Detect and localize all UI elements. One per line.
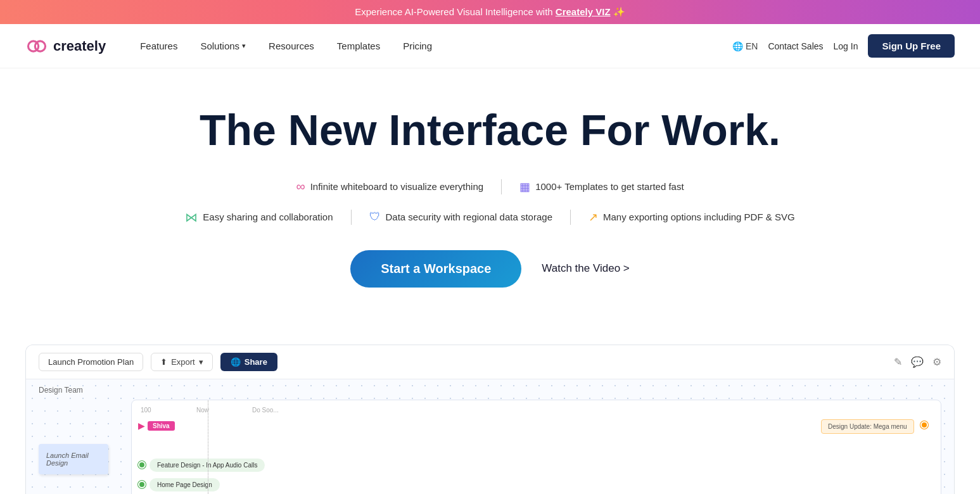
demo-toolbar: Launch Promotion Plan ⬆ Export ▾ 🌐 Share… [26,345,954,379]
settings-icon[interactable]: ⚙ [932,356,941,368]
edit-icon[interactable]: ✎ [894,356,902,368]
nav-right: 🌐 EN Contact Sales Log In Sign Up Free [732,34,955,58]
hero-title: The New Interface For Work. [25,106,955,154]
demo-section: Launch Promotion Plan ⬆ Export ▾ 🌐 Share… [25,345,955,494]
banner-text-before: Experience AI-Powered Visual Intelligenc… [355,6,556,17]
banner-text-after: ✨ [611,6,625,17]
nav-pricing[interactable]: Pricing [394,35,441,56]
task-label-container: Design Update: Mega menu [821,419,928,434]
nav-features[interactable]: Features [131,35,186,56]
feature-infinite-whiteboard: ∞ Infinite whiteboard to visualize every… [278,179,501,194]
watch-video-link[interactable]: Watch the Video > [542,262,629,275]
task-dot [920,421,928,429]
task-label: Design Update: Mega menu [821,419,914,434]
demo-canvas: Design Team Launch Email Design 100 Now … [26,379,954,494]
share-button[interactable]: 🌐 Share [220,353,277,371]
timeline-header: 100 Now Do Soo... [138,407,934,414]
card2: Home Page Design [138,478,934,491]
export-icon-btn: ⬆ [160,357,167,367]
demo-toolbar-right: ✎ 💬 ⚙ [894,356,941,368]
export-button[interactable]: ⬆ Export ▾ [151,353,213,371]
team-label: Design Team [32,386,948,395]
sticky-note: Launch Email Design [39,444,108,474]
templates-icon: ▦ [519,180,530,194]
kanban-board: 100 Now Do Soo... ▶ Shiva Design Update:… [131,400,941,494]
export-chevron-icon: ▾ [199,357,203,367]
comment-icon[interactable]: 💬 [911,356,924,368]
language-selector[interactable]: 🌐 EN [732,41,758,51]
card2-label: Home Page Design [150,478,220,491]
nav-resources[interactable]: Resources [260,35,323,56]
demo-doc-title[interactable]: Launch Promotion Plan [39,353,143,371]
logo-text: creately [53,38,106,54]
timeline-divider [208,400,208,494]
col2-header: Now [196,407,247,414]
infinite-icon: ∞ [296,179,305,194]
nav-templates[interactable]: Templates [328,35,389,56]
hero-features-row2: ⋈ Easy sharing and collaboration 🛡 Data … [25,210,955,225]
banner-link[interactable]: Creately VIZ [556,6,611,17]
share-icon: ⋈ [185,210,198,225]
svg-point-1 [35,41,45,51]
logo-icon [25,35,48,58]
contact-sales-link[interactable]: Contact Sales [768,41,823,51]
top-banner: Experience AI-Powered Visual Intelligenc… [0,0,980,24]
solutions-chevron-icon: ▾ [242,42,246,50]
nav-solutions[interactable]: Solutions ▾ [191,35,255,56]
globe-share-icon: 🌐 [231,357,241,367]
nav-links: Features Solutions ▾ Resources Templates… [131,35,732,56]
shield-icon: 🛡 [369,210,381,224]
feature-export: ↗ Many exporting options including PDF &… [571,210,813,224]
start-workspace-button[interactable]: Start a Workspace [350,250,521,288]
arrow-icon: ▶ [138,421,145,431]
shiva-row: ▶ Shiva [138,419,934,433]
shiva-badge: Shiva [148,421,175,431]
hero-cta: Start a Workspace Watch the Video > [25,250,955,288]
hero-section: The New Interface For Work. ∞ Infinite w… [0,68,980,345]
hero-features-row1: ∞ Infinite whiteboard to visualize every… [25,179,955,194]
signup-button[interactable]: Sign Up Free [868,34,955,58]
export-icon: ↗ [589,210,598,224]
navigation: creately Features Solutions ▾ Resources … [0,24,980,68]
canvas-inner: Launch Email Design 100 Now Do Soo... ▶ … [32,400,948,494]
logo-link[interactable]: creately [25,35,106,58]
feature-security: 🛡 Data security with regional data stora… [352,210,570,224]
card1-dot [138,461,146,469]
login-link[interactable]: Log In [834,41,858,51]
globe-icon: 🌐 [732,41,743,51]
card2-dot [138,481,146,488]
feature-templates: ▦ 1000+ Templates to get started fast [502,180,701,194]
feature-sharing: ⋈ Easy sharing and collaboration [167,210,350,225]
card1: Feature Design - In App Audio Calls [138,459,934,472]
col1-header: 100 [141,407,191,414]
col3-header: Do Soo... [252,407,279,414]
